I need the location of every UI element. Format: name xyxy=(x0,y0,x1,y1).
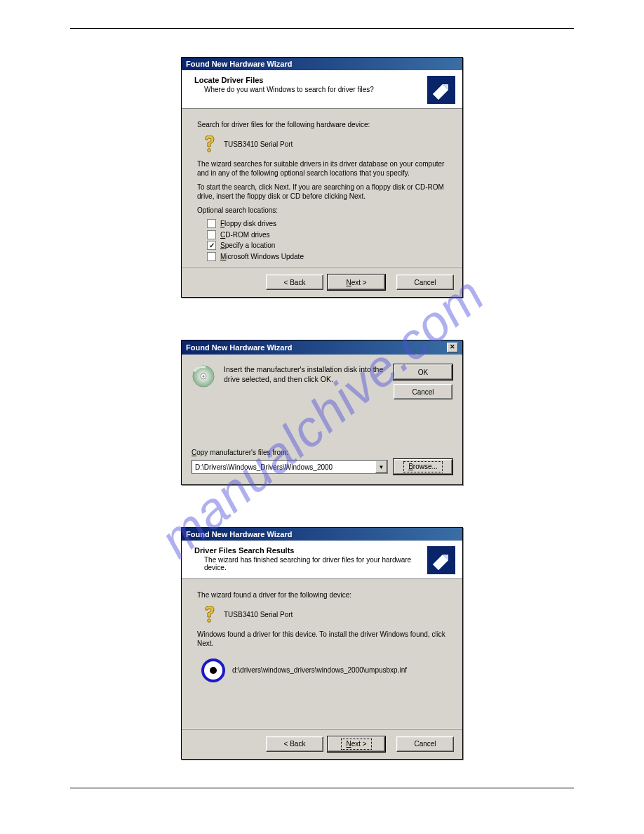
dialog-locate-driver-files: Found New Hardware Wizard Locate Driver … xyxy=(181,57,463,298)
next-button[interactable]: Next > xyxy=(328,274,385,290)
dialog-header: Driver Files Search Results The wizard h… xyxy=(182,541,462,579)
found-prompt: The wizard found a driver for the follow… xyxy=(197,590,447,600)
header-title: Driver Files Search Results xyxy=(194,546,294,555)
copy-from-label: Copy manufacturer's files from: xyxy=(192,449,452,456)
checkbox[interactable] xyxy=(207,219,216,228)
device-name: TUSB3410 Serial Port xyxy=(224,140,293,150)
bottom-rule xyxy=(70,788,574,788)
cancel-button[interactable]: Cancel xyxy=(394,384,452,399)
question-icon xyxy=(201,135,217,154)
titlebar: Found New Hardware Wizard xyxy=(182,528,462,541)
wizard-icon xyxy=(427,76,455,104)
path-value: D:\Drivers\Windows_Drivers\Windows_2000 xyxy=(195,463,333,471)
checkbox[interactable] xyxy=(207,230,216,239)
svg-point-7 xyxy=(203,376,205,378)
back-button[interactable]: < Back xyxy=(266,736,323,752)
svg-point-3 xyxy=(208,148,211,152)
title-text: Found New Hardware Wizard xyxy=(186,343,292,352)
device-name: TUSB3410 Serial Port xyxy=(224,610,293,620)
dialog-insert-disk: Found New Hardware Wizard ✕ xyxy=(181,340,463,485)
found-desc: Windows found a driver for this device. … xyxy=(197,630,447,649)
options-label: Optional search locations: xyxy=(197,206,447,216)
wizard-desc-2: To start the search, click Next. If you … xyxy=(197,183,447,201)
close-button[interactable]: ✕ xyxy=(447,343,458,352)
browse-button[interactable]: Browse... xyxy=(394,459,452,475)
svg-point-11 xyxy=(208,618,211,622)
cancel-button[interactable]: Cancel xyxy=(396,274,454,290)
header-title: Locate Driver Files xyxy=(194,76,263,84)
insert-disk-message: Insert the manufacturer's installation d… xyxy=(224,364,385,384)
title-text: Found New Hardware Wizard xyxy=(186,530,292,538)
next-button[interactable]: Next > xyxy=(328,736,385,752)
options-group: Floppy disk drives CD-ROM drives Specify… xyxy=(207,219,447,261)
header-subtitle: Where do you want Windows to search for … xyxy=(204,86,374,93)
option-cdrom[interactable]: CD-ROM drives xyxy=(207,230,447,240)
header-subtitle: The wizard has finished searching for dr… xyxy=(204,556,427,571)
inf-file-icon xyxy=(201,658,225,682)
top-rule xyxy=(70,28,574,29)
question-icon xyxy=(201,606,217,624)
cancel-button[interactable]: Cancel xyxy=(396,736,454,752)
title-text: Found New Hardware Wizard xyxy=(186,60,292,68)
dialog-search-results: Found New Hardware Wizard Driver Files S… xyxy=(181,527,463,760)
disk-icon xyxy=(192,364,215,388)
option-windows-update[interactable]: Microsoft Windows Update xyxy=(207,252,447,262)
titlebar: Found New Hardware Wizard ✕ xyxy=(182,340,462,355)
checkbox[interactable] xyxy=(207,252,216,261)
wizard-icon xyxy=(427,546,455,574)
path-combo[interactable]: D:\Drivers\Windows_Drivers\Windows_2000 … xyxy=(192,460,388,474)
option-floppy[interactable]: Floppy disk drives xyxy=(207,219,447,229)
wizard-desc-1: The wizard searches for suitable drivers… xyxy=(197,159,447,178)
search-prompt: Search for driver files for the followin… xyxy=(197,120,447,130)
dropdown-arrow-icon[interactable]: ▼ xyxy=(375,461,387,473)
titlebar: Found New Hardware Wizard xyxy=(182,58,462,70)
ok-button[interactable]: OK xyxy=(394,364,452,380)
inf-path: d:\drivers\windows_drivers\windows_2000\… xyxy=(232,666,407,675)
back-button[interactable]: < Back xyxy=(266,274,323,290)
option-specify-location[interactable]: Specify a location xyxy=(207,241,447,251)
checkbox[interactable] xyxy=(207,241,216,250)
dialog-header: Locate Driver Files Where do you want Wi… xyxy=(182,70,462,109)
